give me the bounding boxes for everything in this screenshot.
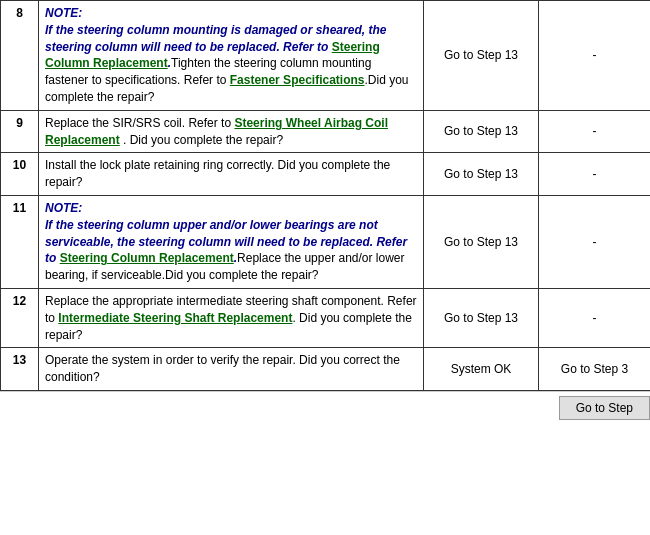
no-cell: - xyxy=(539,110,651,153)
table-row: 11NOTE:If the steering column upper and/… xyxy=(1,195,651,288)
action-cell: NOTE:If the steering column mounting is … xyxy=(39,1,424,111)
yes-cell: Go to Step 13 xyxy=(424,153,539,196)
step-number: 12 xyxy=(1,288,39,347)
yes-cell: Go to Step 13 xyxy=(424,195,539,288)
no-cell: - xyxy=(539,288,651,347)
action-cell: Install the lock plate retaining ring co… xyxy=(39,153,424,196)
step-number: 9 xyxy=(1,110,39,153)
yes-cell: Go to Step 13 xyxy=(424,288,539,347)
step-number: 8 xyxy=(1,1,39,111)
table-row: 10Install the lock plate retaining ring … xyxy=(1,153,651,196)
action-cell: Operate the system in order to verify th… xyxy=(39,348,424,391)
bottom-navigation: Go to Step xyxy=(0,391,650,424)
yes-cell: System OK xyxy=(424,348,539,391)
procedure-table: 8NOTE:If the steering column mounting is… xyxy=(0,0,650,391)
no-cell: - xyxy=(539,153,651,196)
go-to-step-button[interactable]: Go to Step xyxy=(559,396,650,420)
step-number: 10 xyxy=(1,153,39,196)
action-cell: NOTE:If the steering column upper and/or… xyxy=(39,195,424,288)
no-cell: Go to Step 3 xyxy=(539,348,651,391)
no-cell: - xyxy=(539,195,651,288)
table-row: 9Replace the SIR/SRS coil. Refer to Stee… xyxy=(1,110,651,153)
yes-cell: Go to Step 13 xyxy=(424,1,539,111)
table-row: 13Operate the system in order to verify … xyxy=(1,348,651,391)
table-row: 12Replace the appropriate intermediate s… xyxy=(1,288,651,347)
no-cell: - xyxy=(539,1,651,111)
action-cell: Replace the appropriate intermediate ste… xyxy=(39,288,424,347)
action-cell: Replace the SIR/SRS coil. Refer to Steer… xyxy=(39,110,424,153)
yes-cell: Go to Step 13 xyxy=(424,110,539,153)
step-number: 13 xyxy=(1,348,39,391)
step-number: 11 xyxy=(1,195,39,288)
table-row: 8NOTE:If the steering column mounting is… xyxy=(1,1,651,111)
